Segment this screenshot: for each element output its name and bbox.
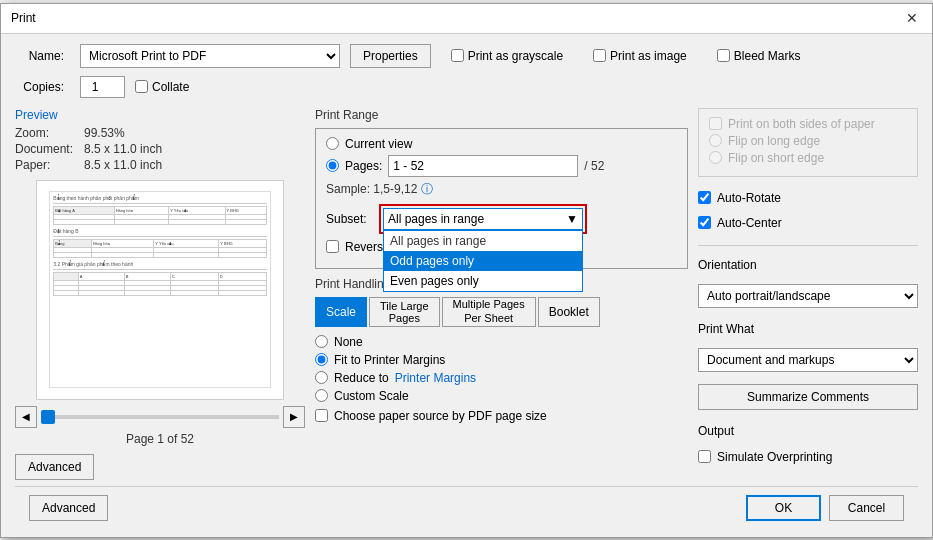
preview-lines: Bảng theo hành phân phối phân phẩm Đặt h… xyxy=(50,192,269,299)
collate-label[interactable]: Collate xyxy=(135,80,189,94)
reduce-radio[interactable] xyxy=(315,371,328,384)
page-indicator: Page 1 of 52 xyxy=(15,432,305,446)
reverse-pages-checkbox[interactable] xyxy=(326,240,339,253)
main-area: Preview Zoom: 99.53% Document: 8.5 x 11.… xyxy=(15,108,918,480)
current-view-row: Current view xyxy=(326,137,677,151)
nav-row: ◀ ▶ xyxy=(15,406,305,428)
autocenter-checkbox[interactable] xyxy=(698,216,711,229)
print-what-select[interactable]: Document and markups xyxy=(698,348,918,372)
tab-scale[interactable]: Scale xyxy=(315,297,367,327)
name-row: Name: Microsoft Print to PDF Properties … xyxy=(15,44,918,68)
simulate-label: Simulate Overprinting xyxy=(717,450,832,464)
ok-cancel-buttons: OK Cancel xyxy=(746,495,904,521)
grayscale-checkbox-label[interactable]: Print as grayscale xyxy=(451,49,563,63)
ok-button[interactable]: OK xyxy=(746,495,821,521)
pages-input[interactable] xyxy=(388,155,578,177)
top-checkboxes: Print as grayscale Print as image Bleed … xyxy=(451,49,801,63)
middle-panel: Print Range Current view Pages: / 52 Sam… xyxy=(315,108,688,480)
none-option[interactable]: None xyxy=(315,335,688,349)
subset-option-even[interactable]: Even pages only xyxy=(384,271,582,291)
zoom-row: Zoom: 99.53% xyxy=(15,126,305,140)
handling-tabs: Scale Tile LargePages Multiple PagesPer … xyxy=(315,297,688,327)
current-view-radio[interactable] xyxy=(326,137,339,150)
autorotate-row: Auto-Rotate xyxy=(698,191,918,205)
autorotate-label: Auto-Rotate xyxy=(717,191,781,205)
paper-key: Paper: xyxy=(15,158,80,172)
preview-content: Bảng theo hành phân phối phân phẩm Đặt h… xyxy=(49,191,270,387)
flip-long-label: Flip on long edge xyxy=(728,134,820,148)
sample-row: Sample: 1,5-9,12 ⓘ xyxy=(326,181,677,198)
bleed-checkbox-label[interactable]: Bleed Marks xyxy=(717,49,801,63)
image-checkbox[interactable] xyxy=(593,49,606,62)
copies-label: Copies: xyxy=(15,80,70,94)
cancel-button[interactable]: Cancel xyxy=(829,495,904,521)
dialog-title: Print xyxy=(11,11,36,25)
print-what-label: Print What xyxy=(698,322,918,336)
tab-booklet[interactable]: Booklet xyxy=(538,297,600,327)
paper-row: Paper: 8.5 x 11.0 inch xyxy=(15,158,305,172)
output-label: Output xyxy=(698,424,918,438)
zoom-key: Zoom: xyxy=(15,126,80,140)
title-bar: Print ✕ xyxy=(1,4,932,34)
simulate-checkbox[interactable] xyxy=(698,450,711,463)
paper-source-row: Choose paper source by PDF page size xyxy=(315,409,688,423)
fit-radio[interactable] xyxy=(315,353,328,366)
paper-source-checkbox[interactable] xyxy=(315,409,328,422)
fit-label: Fit to Printer Margins xyxy=(334,353,445,367)
pages-total: / 52 xyxy=(584,159,604,173)
paper-val: 8.5 x 11.0 inch xyxy=(84,158,162,172)
both-sides-row: Print on both sides of paper xyxy=(709,117,907,131)
autocenter-row: Auto-Center xyxy=(698,216,918,230)
printer-select[interactable]: Microsoft Print to PDF xyxy=(80,44,340,68)
divider-1 xyxy=(698,245,918,246)
fit-option[interactable]: Fit to Printer Margins xyxy=(315,353,688,367)
none-label: None xyxy=(334,335,363,349)
orientation-select[interactable]: Auto portrait/landscape xyxy=(698,284,918,308)
properties-button[interactable]: Properties xyxy=(350,44,431,68)
image-checkbox-label[interactable]: Print as image xyxy=(593,49,687,63)
subset-option-odd[interactable]: Odd pages only xyxy=(384,251,582,271)
close-button[interactable]: ✕ xyxy=(902,8,922,28)
preview-image: Bảng theo hành phân phối phân phẩm Đặt h… xyxy=(37,181,283,399)
document-key: Document: xyxy=(15,142,80,156)
subset-chevron-icon: ▼ xyxy=(566,212,578,226)
subset-header[interactable]: All pages in range ▼ xyxy=(383,208,583,230)
dialog-body: Name: Microsoft Print to PDF Properties … xyxy=(1,34,932,537)
none-radio[interactable] xyxy=(315,335,328,348)
pages-radio[interactable] xyxy=(326,159,339,172)
grayscale-checkbox[interactable] xyxy=(451,49,464,62)
copies-input[interactable] xyxy=(80,76,125,98)
reduce-option[interactable]: Reduce to Printer Margins xyxy=(315,371,688,385)
reduce-label: Reduce to xyxy=(334,371,389,385)
tab-multiple-pages[interactable]: Multiple PagesPer Sheet xyxy=(442,297,536,327)
bleed-checkbox[interactable] xyxy=(717,49,730,62)
advanced-button[interactable]: Advanced xyxy=(15,454,94,480)
summarize-button[interactable]: Summarize Comments xyxy=(698,384,918,410)
print-range-title: Print Range xyxy=(315,108,688,122)
flip-short-label: Flip on short edge xyxy=(728,151,824,165)
sample-info-icon[interactable]: ⓘ xyxy=(421,181,433,198)
custom-radio[interactable] xyxy=(315,389,328,402)
custom-option[interactable]: Custom Scale xyxy=(315,389,688,403)
name-label: Name: xyxy=(15,49,70,63)
advanced-button-bottom[interactable]: Advanced xyxy=(29,495,108,521)
right-panel: Print on both sides of paper Flip on lon… xyxy=(698,108,918,480)
collate-checkbox[interactable] xyxy=(135,80,148,93)
subset-option-all[interactable]: All pages in range xyxy=(384,231,582,251)
current-view-label: Current view xyxy=(345,137,412,151)
bottom-left: Advanced xyxy=(15,454,305,480)
next-page-button[interactable]: ▶ xyxy=(283,406,305,428)
scale-options: None Fit to Printer Margins Reduce to Pr… xyxy=(315,335,688,403)
left-panel: Preview Zoom: 99.53% Document: 8.5 x 11.… xyxy=(15,108,305,480)
prev-page-button[interactable]: ◀ xyxy=(15,406,37,428)
page-slider[interactable] xyxy=(41,415,279,419)
both-sides-checkbox xyxy=(709,117,722,130)
orientation-label: Orientation xyxy=(698,258,918,272)
pages-label: Pages: xyxy=(345,159,382,173)
reduce-link[interactable]: Printer Margins xyxy=(395,371,476,385)
autocenter-label: Auto-Center xyxy=(717,216,782,230)
tab-tile-large[interactable]: Tile LargePages xyxy=(369,297,440,327)
document-val: 8.5 x 11.0 inch xyxy=(84,142,162,156)
autorotate-checkbox[interactable] xyxy=(698,191,711,204)
sides-box: Print on both sides of paper Flip on lon… xyxy=(698,108,918,177)
